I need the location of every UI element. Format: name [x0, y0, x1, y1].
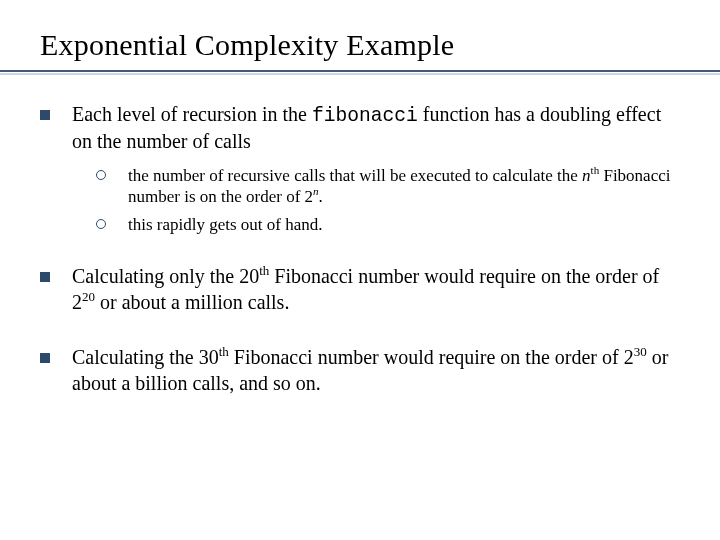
bullet-level2: the number of recursive calls that will … — [96, 165, 680, 209]
bullet-text: Each level of recursion in the fibonacci… — [72, 102, 680, 155]
square-bullet-icon — [40, 272, 50, 282]
square-bullet-icon — [40, 353, 50, 363]
bullet-level1: Calculating only the 20th Fibonacci numb… — [40, 264, 680, 315]
circle-bullet-icon — [96, 170, 106, 180]
circle-bullet-icon — [96, 219, 106, 229]
slide: Exponential Complexity Example Each leve… — [0, 0, 720, 540]
bullet-text: Calculating the 30th Fibonacci number wo… — [72, 345, 680, 396]
square-bullet-icon — [40, 110, 50, 120]
sub-bullets: the number of recursive calls that will … — [96, 165, 680, 236]
slide-title: Exponential Complexity Example — [40, 28, 680, 62]
sub-bullet-text: this rapidly gets out of hand. — [128, 214, 680, 236]
bullet-text: Calculating only the 20th Fibonacci numb… — [72, 264, 680, 315]
bullet-level1: Calculating the 30th Fibonacci number wo… — [40, 345, 680, 396]
title-rule — [40, 66, 680, 76]
bullet-level2: this rapidly gets out of hand. — [96, 214, 680, 236]
bullet-level1: Each level of recursion in the fibonacci… — [40, 102, 680, 155]
sub-bullet-text: the number of recursive calls that will … — [128, 165, 680, 209]
slide-body: Each level of recursion in the fibonacci… — [40, 102, 680, 396]
